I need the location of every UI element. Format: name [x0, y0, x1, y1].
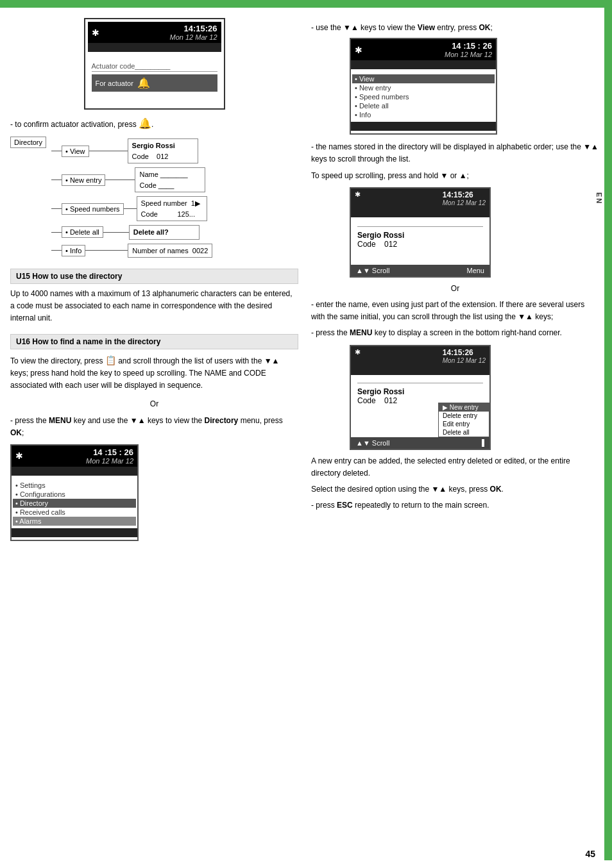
left-column: ✱ 14:15:26 Mon 12 Mar 12 Actuator code__… — [10, 18, 298, 546]
menu-dark-row — [12, 467, 137, 476]
right-date-1: Mon 12 Mar 12 — [445, 51, 492, 58]
tree-speed-result: Speed number 1▶ Code 125... — [137, 196, 207, 221]
or-text-right: Or — [311, 283, 599, 295]
result-code: Code 012 — [132, 151, 194, 162]
context-delete-entry: Delete entry — [439, 412, 489, 420]
section-u16-header: U16 How to find a name in the directory — [10, 334, 298, 349]
context-edit-entry: Edit entry — [439, 420, 489, 428]
desc-add: A new entry can be added, the selected e… — [311, 455, 599, 480]
right-time-1: 14 :15 : 26 — [445, 41, 492, 51]
screen-body-1: Actuator code_________ For actuator 🔔 — [88, 54, 221, 106]
star-icon-1: ✱ — [92, 28, 99, 38]
result-deleteall: Delete all? — [133, 227, 195, 238]
menu-time: 14 :15 : 26 — [86, 447, 133, 457]
context-menu-popup: ▶ New entry Delete entry Edit entry Dele… — [438, 403, 489, 437]
desc-alphabetical: - the names stored in the directory will… — [311, 141, 599, 165]
directory-icon: 📋 — [105, 355, 116, 365]
desc-menu: - press the MENU key to display a screen… — [311, 327, 599, 339]
menu-items-list: • Settings • Configurations • Directory … — [12, 478, 137, 528]
tree-newentry-item: • New entry — [62, 174, 105, 186]
scroll-dark-row — [351, 208, 489, 217]
section-u15-body: Up to 4000 names with a maximum of 13 al… — [10, 288, 298, 325]
result-name-blank: Name _______ — [139, 169, 201, 180]
menu-alarms: • Alarms — [13, 517, 136, 526]
result-speed: Speed number 1▶ — [141, 198, 203, 209]
desc-speed-scroll: To speed up scrolling, press and hold ▼ … — [311, 170, 599, 182]
context-dark-row — [351, 366, 489, 375]
menu-received-calls: • Received calls — [15, 508, 133, 517]
bell-text: For actuator — [96, 79, 133, 87]
en-label: EN — [595, 192, 603, 204]
context-body: Sergio Rossi Code 012 ▶ New entry Delete… — [351, 378, 489, 437]
time-display-1: 14:15:26 — [170, 24, 217, 33]
context-scroll-bar — [482, 439, 484, 447]
scroll-screen-header: ✱ 14:15:26 Mon 12 Mar 12 — [351, 188, 489, 208]
menu-screen-header: ✱ 14 :15 : 26 Mon 12 Mar 12 — [12, 446, 137, 467]
side-bar — [604, 8, 612, 860]
top-bar — [0, 0, 612, 8]
scroll-time: 14:15:26 — [443, 190, 486, 199]
tree-view-item: • View — [62, 146, 89, 157]
right-menu-deleteall: • Delete all — [355, 101, 492, 110]
right-menu-info: • Info — [355, 110, 492, 119]
scroll-footer: ▲▼ Scroll Menu — [351, 265, 489, 276]
scroll-body: Sergio Rossi Code 012 — [351, 220, 489, 265]
device-screen-1: ✱ 14:15:26 Mon 12 Mar 12 Actuator code__… — [84, 18, 225, 110]
context-date: Mon 12 Mar 12 — [443, 357, 486, 364]
context-delete-all: Delete all — [439, 428, 489, 437]
tree-deleteall-result: Delete all? — [129, 225, 200, 240]
right-dark-row-1 — [351, 60, 496, 69]
actuator-code-field: Actuator code_________ — [92, 61, 217, 72]
right-screen-header-1: ✱ 14 :15 : 26 Mon 12 Mar 12 — [351, 39, 496, 60]
section-u15-header: U15 How to use the directory — [10, 269, 298, 284]
menu-device-screen: ✱ 14 :15 : 26 Mon 12 Mar 12 • Settings •… — [10, 444, 139, 541]
scroll-code-row: Code 012 — [357, 240, 483, 249]
result-info: Number of names 0022 — [132, 246, 208, 256]
scroll-label: ▲▼ Scroll — [356, 267, 389, 274]
date-display-1: Mon 12 Mar 12 — [170, 33, 217, 41]
intro-text: - use the ▼▲ keys to view the View entry… — [311, 22, 599, 34]
menu-directory: • Directory — [13, 499, 136, 508]
menu-label: Menu — [466, 267, 484, 274]
menu-date: Mon 12 Mar 12 — [86, 457, 133, 465]
tree-root-label: Directory — [10, 137, 46, 148]
desc-enter: - enter the name, even using just part o… — [311, 299, 599, 323]
tree-info-item: • Info — [62, 245, 85, 256]
page-number: 45 — [585, 849, 595, 859]
bell-icon: 🔔 — [137, 77, 150, 89]
tree-deleteall-item: • Delete all — [62, 226, 103, 238]
screen-header-1: ✱ 14:15:26 Mon 12 Mar 12 — [88, 22, 221, 43]
bell-area: For actuator 🔔 — [92, 74, 217, 92]
right-menu-newentry: • New entry — [355, 83, 492, 92]
screen-dark-row-1 — [88, 43, 221, 52]
menu-dark-row-2 — [12, 528, 137, 537]
context-new-entry: ▶ New entry — [439, 403, 489, 412]
context-footer: ▲▼ Scroll — [351, 437, 489, 449]
tree-view-result: Sergio Rossi Code 012 — [128, 138, 198, 163]
menu-settings: • Settings — [15, 481, 133, 490]
context-scroll-label: ▲▼ Scroll — [356, 439, 389, 447]
scroll-device-screen: ✱ 14:15:26 Mon 12 Mar 12 Sergio Rossi Co… — [350, 187, 491, 278]
context-screen-header: ✱ 14:15:26 Mon 12 Mar 12 — [351, 346, 489, 366]
tree-newentry-result: Name _______ Code ____ — [135, 167, 205, 192]
desc-select: Select the desired option using the ▼▲ k… — [311, 483, 599, 496]
context-time: 14:15:26 — [443, 348, 486, 357]
right-menu-speed: • Speed numbers — [355, 92, 492, 101]
right-device-screen-1: ✱ 14 :15 : 26 Mon 12 Mar 12 • View • New… — [350, 38, 497, 135]
result-code-blank: Code ____ — [139, 180, 201, 191]
right-menu-view: • View — [352, 74, 495, 83]
section-u16-body: To view the directory, press 📋 and scrol… — [10, 353, 298, 392]
right-dark-row-1b — [351, 122, 496, 131]
context-name: Sergio Rossi — [357, 387, 483, 396]
directory-tree: Directory • View Sergio Rossi Code 012 — [10, 137, 298, 260]
star-icon-context: ✱ — [355, 348, 361, 364]
tree-speed-item: • Speed numbers — [62, 203, 124, 215]
or-text-left: Or — [10, 398, 298, 410]
star-icon-scroll: ✱ — [355, 190, 361, 206]
right-column: - use the ▼▲ keys to view the View entry… — [311, 18, 599, 546]
star-icon-menu: ✱ — [15, 451, 23, 461]
star-icon-right-1: ✱ — [355, 45, 362, 55]
result-name: Sergio Rossi — [132, 140, 194, 151]
instruction-confirm: - to confirm actuator activation, press … — [10, 116, 298, 131]
tree-info-result: Number of names 0022 — [128, 244, 212, 258]
